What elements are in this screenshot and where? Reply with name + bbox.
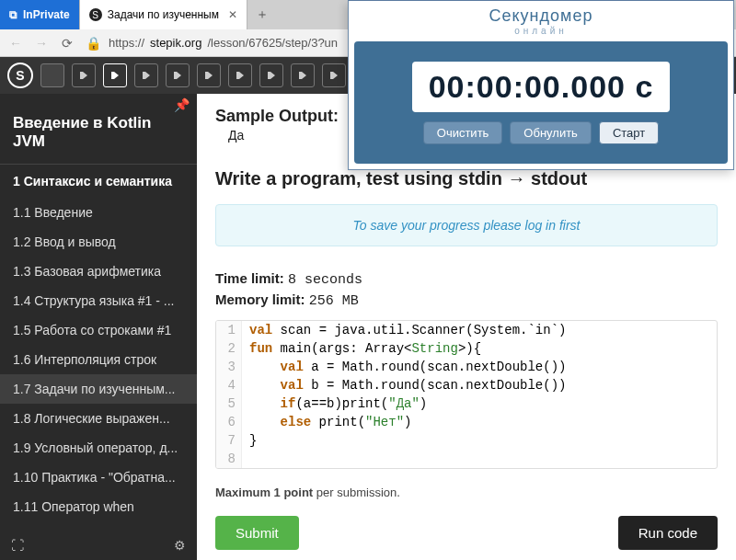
close-icon[interactable]: ✕ [224, 8, 237, 21]
stopwatch-window[interactable]: Секундомер онлайн 00:00:00.000 с Очистит… [348, 0, 734, 170]
stepik-favicon: S [89, 8, 102, 21]
step-cell[interactable] [166, 63, 190, 87]
login-banner[interactable]: To save your progress please log in firs… [215, 204, 718, 246]
run-code-button[interactable]: Run code [618, 516, 718, 550]
sidebar-item[interactable]: 1.8 Логические выражен... [0, 404, 197, 433]
stopwatch-reset-button[interactable]: Обнулить [510, 121, 592, 144]
stopwatch-start-button[interactable]: Старт [599, 121, 659, 144]
stopwatch-logo: Секундомер онлайн [349, 1, 733, 38]
sidebar-item[interactable]: 1.6 Интерполяция строк [0, 345, 197, 374]
code-editor[interactable]: 1val scan = java.util.Scanner(System.`in… [215, 320, 718, 469]
step-cell[interactable] [103, 63, 127, 87]
max-points: Maximum 1 point per submission. [215, 486, 400, 499]
sidebar-item[interactable]: 1.5 Работа со строками #1 [0, 315, 197, 345]
course-title: Введение в Kotlin JVM [0, 112, 197, 164]
back-icon[interactable]: ← [6, 33, 26, 53]
memory-limit: Memory limit: 256 MB [215, 291, 718, 309]
sidebar-item[interactable]: 1.10 Практика - "Обратна... [0, 463, 197, 492]
course-sidebar: 📌 Введение в Kotlin JVM 1 Синтаксис и се… [0, 94, 197, 560]
tab-label: InPrivate [23, 8, 70, 21]
sidebar-item[interactable]: 1.11 Оператор when [0, 492, 197, 521]
stopwatch-display: 00:00:00.000 с [412, 62, 671, 112]
pin-icon[interactable]: 📌 [174, 97, 190, 112]
sidebar-item[interactable]: 1.4 Структура языка #1 - ... [0, 286, 197, 315]
refresh-icon[interactable]: ⟳ [57, 33, 77, 53]
browser-tab-inprivate[interactable]: ⧉ InPrivate [0, 0, 80, 29]
step-cell[interactable] [72, 63, 96, 87]
task-title: Write a program, test using stdin → stdo… [215, 168, 718, 189]
stepik-logo-icon[interactable]: S [7, 63, 33, 88]
stopwatch-clear-button[interactable]: Очистить [423, 121, 503, 144]
sidebar-item[interactable]: 1.1 Введение [0, 198, 197, 227]
step-cell[interactable] [197, 63, 221, 87]
forward-icon[interactable]: → [31, 33, 52, 53]
submit-button[interactable]: Submit [215, 516, 299, 550]
step-cell[interactable] [322, 63, 346, 87]
step-cell[interactable] [259, 63, 283, 87]
sidebar-item[interactable]: 1.7 Задачи по изученным... [0, 374, 197, 404]
browser-tab-active[interactable]: S Задачи по изученным ✕ [80, 0, 247, 29]
sidebar-item[interactable]: 1.2 Ввод и вывод [0, 227, 197, 257]
time-limit: Time limit: 8 seconds [215, 270, 718, 288]
lock-icon: 🔒 [83, 33, 103, 53]
step-cell[interactable] [291, 63, 315, 87]
new-tab-button[interactable]: ＋ [247, 0, 277, 29]
tab-label: Задачи по изученным [108, 8, 219, 21]
gear-icon[interactable]: ⚙ [174, 538, 186, 553]
sidebar-item[interactable]: 1.3 Базовая арифметика [0, 257, 197, 286]
sidebar-item[interactable]: 1.9 Условный оператор, д... [0, 433, 197, 463]
step-cell[interactable] [228, 63, 252, 87]
section-title[interactable]: 1 Синтаксис и семантика [0, 164, 197, 198]
step-cell[interactable] [40, 63, 64, 87]
fullscreen-icon[interactable]: ⛶ [11, 538, 24, 553]
step-cell[interactable] [134, 63, 158, 87]
inprivate-icon: ⧉ [9, 8, 17, 21]
